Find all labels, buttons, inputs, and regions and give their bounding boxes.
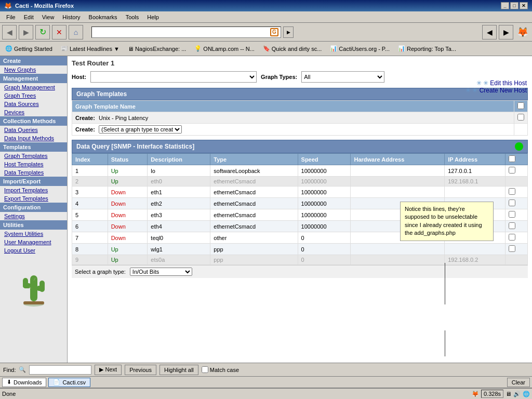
sidebar-section-management[interactable]: Management (0, 74, 67, 83)
cell-checkbox[interactable] (506, 244, 528, 255)
row-checkbox[interactable] (509, 188, 515, 195)
cell-checkbox[interactable] (506, 198, 528, 209)
cell-desc: eth3 (148, 209, 210, 221)
sidebar-section-utilities[interactable]: Utilities (0, 220, 67, 230)
cell-type: ethernetCsmacd (210, 221, 298, 232)
cell-checkbox[interactable] (506, 187, 528, 198)
downloads-bar: ⬇ Downloads 📄 Cacti.csv Clear (0, 376, 532, 388)
sidebar-item-data-queries[interactable]: Data Queries (0, 126, 67, 134)
stop-button[interactable]: ✕ (52, 25, 66, 39)
menu-tools[interactable]: Tools (122, 13, 143, 21)
cactus-logo (0, 260, 67, 307)
host-select[interactable] (90, 71, 257, 83)
table-header-checkbox[interactable] (509, 155, 515, 162)
sidebar-item-data-sources[interactable]: Data Sources (0, 100, 67, 108)
sidebar-item-export-templates[interactable]: Export Templates (0, 194, 67, 203)
sidebar-item-import-templates[interactable]: Import Templates (0, 186, 67, 194)
row-checkbox[interactable] (509, 234, 515, 241)
sidebar-item-system-utilities[interactable]: System Utilities (0, 230, 67, 238)
sidebar-item-user-management[interactable]: User Management (0, 238, 67, 246)
gt-col-header: Graph Template Name (72, 101, 514, 112)
sidebar-item-logout[interactable]: Logout User (0, 246, 67, 255)
sidebar-section-import-export[interactable]: Import/Export (0, 177, 67, 186)
sidebar: Create New Graphs Management Graph Manag… (0, 56, 68, 363)
sidebar-section-templates[interactable]: Templates (0, 142, 67, 152)
sidebar-section-create[interactable]: Create (0, 56, 67, 65)
bookmark-getting-started[interactable]: 🌐 Getting Started (2, 44, 56, 53)
row-checkbox[interactable] (509, 222, 515, 229)
select-graph-type-dropdown[interactable]: In/Out Bits (130, 268, 192, 276)
sidebar-item-graph-trees[interactable]: Graph Trees (0, 91, 67, 100)
cacti-csv-item[interactable]: 📄 Cacti.csv (48, 378, 90, 387)
gt-row1-checkbox[interactable] (517, 114, 524, 121)
highlight-all-button[interactable]: Highlight all (159, 365, 198, 375)
refresh-button[interactable]: ↻ (35, 25, 50, 39)
bookmark-nagios[interactable]: 🖥 NagiosExchange: ... (125, 45, 189, 53)
maximize-button[interactable]: □ (510, 2, 518, 9)
cell-desc: ets0a (148, 255, 210, 265)
sidebar-section-collection[interactable]: Collection Methods (0, 116, 67, 126)
row-checkbox[interactable] (509, 200, 515, 206)
graph-types-select[interactable]: All (301, 71, 384, 83)
next-button[interactable]: ▶ Next (95, 365, 122, 375)
sidebar-item-settings[interactable]: Settings (0, 212, 67, 220)
menu-edit[interactable]: Edit (20, 13, 38, 21)
find-input[interactable] (29, 365, 91, 375)
cell-type: ethernetCsmacd (210, 209, 298, 221)
menu-history[interactable]: History (58, 13, 84, 21)
sidebar-section-configuration[interactable]: Configuration (0, 203, 67, 212)
host-row: Host: Graph Types: All (72, 71, 528, 83)
bookmarks-bar: 🌐 Getting Started 📰 Latest Headlines ▼ 🖥… (0, 42, 532, 56)
nav-forward-button[interactable]: ▶ (499, 25, 513, 39)
match-case-checkbox[interactable] (202, 366, 208, 373)
sidebar-item-new-graphs[interactable]: New Graphs (0, 65, 67, 74)
cell-desc: eth4 (148, 221, 210, 232)
menu-help[interactable]: Help (143, 13, 163, 21)
cell-speed: 0 (298, 255, 351, 265)
go-button[interactable]: ▶ (283, 26, 294, 38)
menu-view[interactable]: View (38, 13, 59, 21)
gt-select-type[interactable]: (Select a graph type to create) (99, 125, 182, 134)
sidebar-item-graph-management[interactable]: Graph Management (0, 83, 67, 91)
menu-bookmarks[interactable]: Bookmarks (85, 13, 122, 21)
row-checkbox[interactable] (509, 167, 515, 174)
col-status: Status (108, 154, 148, 165)
gt-header-checkbox[interactable] (517, 102, 524, 109)
previous-button[interactable]: Previous (125, 365, 156, 375)
sidebar-item-devices[interactable]: Devices (0, 108, 67, 116)
match-case-label[interactable]: Match case (202, 366, 239, 373)
cell-checkbox[interactable] (506, 209, 528, 221)
bookmark-icon-6: 📊 (398, 45, 405, 52)
downloads-item[interactable]: ⬇ Downloads (2, 378, 46, 387)
row-checkbox[interactable] (509, 245, 515, 252)
nav-back-button[interactable]: ◀ (482, 25, 497, 39)
sidebar-item-data-input-methods[interactable]: Data Input Methods (0, 134, 67, 142)
cell-index: 9 (72, 255, 108, 265)
bookmark-cactiusers[interactable]: 📊 CactiUsers.org - P... (327, 44, 393, 53)
bookmark-onlamp[interactable]: 💡 ONLamp.com -- N... (191, 44, 257, 53)
address-input[interactable] (94, 29, 270, 35)
edit-host-link[interactable]: ✳ Edit this Host (466, 79, 527, 87)
svg-rect-1 (30, 275, 37, 301)
sidebar-item-data-templates[interactable]: Data Templates (0, 168, 67, 177)
back-button[interactable]: ◀ (2, 25, 17, 39)
bookmark-headlines[interactable]: 📰 Latest Headlines ▼ (58, 44, 123, 53)
forward-button[interactable]: ▶ (19, 25, 33, 39)
cell-status: Up (108, 165, 148, 177)
minimize-button[interactable]: _ (501, 2, 509, 9)
cell-status: Down (108, 221, 148, 232)
sidebar-item-host-templates[interactable]: Host Templates (0, 160, 67, 168)
cell-checkbox[interactable] (506, 165, 528, 177)
menu-file[interactable]: File (2, 13, 20, 21)
close-button[interactable]: ✕ (520, 2, 528, 9)
sidebar-item-graph-templates[interactable]: Graph Templates (0, 152, 67, 160)
cell-checkbox[interactable] (506, 232, 528, 244)
cell-checkbox[interactable] (506, 221, 528, 232)
clear-button[interactable]: Clear (507, 378, 530, 387)
bookmark-reporting[interactable]: 📊 Reporting: Top Ta... (395, 44, 459, 53)
graph-types-label: Graph Types: (261, 74, 297, 80)
create-host-link[interactable]: ✳ Create New Host (466, 87, 527, 94)
bookmark-quick[interactable]: 🔖 Quick and dirty sc... (260, 44, 325, 53)
home-button[interactable]: ⌂ (69, 25, 83, 39)
row-checkbox[interactable] (509, 211, 515, 218)
